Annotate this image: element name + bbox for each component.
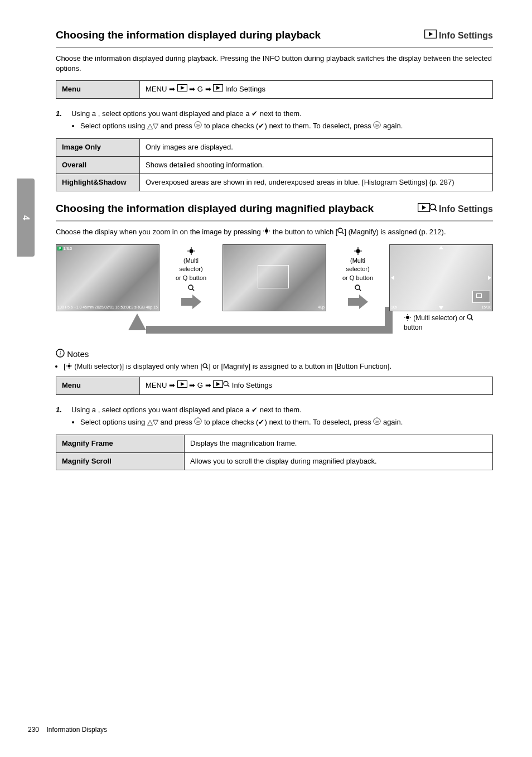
svg-line-38 <box>228 385 229 387</box>
svg-text:OK: OK <box>375 420 380 423</box>
svg-line-32 <box>206 367 208 369</box>
nav2-path: MENU ➡ ➡ G ➡ Info Settings <box>140 377 493 394</box>
play-zoom-icon <box>418 203 437 215</box>
section2-para: Choose the display when you zoom in on t… <box>56 227 493 238</box>
shot1-tl: P 1/8.0 <box>57 246 72 252</box>
opt1-2-desc: Overexposed areas are shown in red, unde… <box>140 173 493 191</box>
ok-icon: OK <box>373 417 381 428</box>
magnify-icon <box>188 282 195 292</box>
multi-selector-icon <box>354 244 362 257</box>
opt2-0-desc: Displays the magnification frame. <box>185 435 493 452</box>
opt2-1-desc: Allows you to scroll the display during … <box>185 452 493 470</box>
screenshot-frame: 48p <box>223 244 326 311</box>
opt1-1-label: Overall <box>56 156 140 173</box>
arrow-right-icon: ➡ <box>205 381 214 389</box>
page-number: 230 <box>28 726 39 734</box>
play-box-icon <box>213 84 223 94</box>
svg-marker-20 <box>181 295 201 309</box>
arrow2-a: (Multi selector) <box>342 257 374 274</box>
notes-block: i Notes [ (Multi selector)] is displayed… <box>56 348 493 372</box>
nav2-path1: MENU <box>146 381 167 389</box>
multi-selector-icon <box>404 314 412 324</box>
nav1-path3: Info Settings <box>225 85 265 93</box>
options-table-1: Image Only Only images are displayed. Ov… <box>56 138 493 191</box>
magnify-icon <box>202 362 209 372</box>
table-row: Image Only Only images are displayed. <box>56 139 493 156</box>
opt1-2-label: Highlight&Shadow <box>56 173 140 191</box>
opt1-0-label: Image Only <box>56 139 140 156</box>
svg-point-26 <box>467 315 472 319</box>
ok-icon: OK <box>194 121 202 132</box>
play-box-icon <box>177 84 187 94</box>
step1: 1. Using a , select options you want dis… <box>56 109 493 132</box>
nav1-path2: G <box>197 85 203 93</box>
svg-point-17 <box>189 249 193 253</box>
shot1-bl: 100 F5.6 +1.0 45mm 2025/02/01 16:53:01 <box>57 305 130 310</box>
svg-point-25 <box>406 316 409 319</box>
playback-flow: P 1/8.0 100 F5.6 +1.0 45mm 2025/02/01 16… <box>56 244 493 311</box>
options-table-2: Magnify Frame Displays the magnification… <box>56 435 493 470</box>
opt2-0-label: Magnify Frame <box>56 435 185 452</box>
check-icon: ✔ <box>252 405 258 415</box>
nav1-path1: MENU <box>146 85 167 93</box>
svg-point-14 <box>265 229 268 233</box>
play-zoom-icon <box>213 380 230 390</box>
step2-num: 1. <box>56 405 71 428</box>
opt1-0-desc: Only images are displayed. <box>140 139 493 156</box>
nav1-label: Menu <box>56 80 140 98</box>
step2-detail: Select options using △▽ and press OK to … <box>80 417 493 428</box>
multi-selector-icon <box>66 362 72 372</box>
table-row: Overall Shows detailed shooting informat… <box>56 156 493 173</box>
play-box-icon <box>424 30 437 42</box>
minimap <box>472 291 490 303</box>
multi-selector-icon <box>187 244 196 257</box>
arrow1-a: (Multi selector) <box>176 257 207 274</box>
shot1-br: 4:3 sRGB 48p 15 <box>128 305 158 310</box>
svg-marker-11 <box>422 205 426 210</box>
arrow-right-icon: ➡ <box>169 381 177 389</box>
notes-item: [ (Multi selector)] is displayed only wh… <box>64 361 493 372</box>
divider <box>56 47 493 48</box>
arrow-1: (Multi selector) or Q button <box>176 244 207 310</box>
ok-icon: OK <box>194 417 202 428</box>
opt1-1-desc: Shows detailed shooting information. <box>140 156 493 173</box>
table-row: Magnify Scroll Allows you to scroll the … <box>56 452 493 470</box>
screenshot-normal: P 1/8.0 100 F5.6 +1.0 45mm 2025/02/01 16… <box>56 244 159 311</box>
section2-subtitle-text: Info Settings <box>439 204 493 214</box>
return-bar <box>151 326 385 334</box>
check-icon: ✔ <box>252 109 258 119</box>
svg-marker-24 <box>348 295 368 309</box>
check-icon: ✔ <box>258 418 264 426</box>
ok-icon: OK <box>373 121 381 132</box>
manual-page: 4 Choosing the information displayed dur… <box>0 0 532 757</box>
svg-text:OK: OK <box>375 124 380 127</box>
arrow2-b: or Q button <box>342 274 373 281</box>
svg-point-30 <box>67 364 70 367</box>
shot3-bl: 10x <box>391 305 397 310</box>
svg-text:i: i <box>59 350 61 356</box>
table-row: Highlight&Shadow Overexposed areas are s… <box>56 173 493 191</box>
table-row: Magnify Frame Displays the magnification… <box>56 435 493 452</box>
arrow-right-icon: ➡ <box>189 381 197 389</box>
multi-selector-icon <box>263 227 270 238</box>
svg-line-16 <box>342 232 344 234</box>
svg-line-19 <box>192 289 194 291</box>
section1-para: Choose the information displayed during … <box>56 54 493 74</box>
footer-section: Information Displays <box>46 726 107 734</box>
step2: 1. Using a , select options you want dis… <box>56 405 493 428</box>
svg-point-22 <box>355 285 360 290</box>
step1-num: 1. <box>56 109 71 132</box>
section-number-tab: 4 <box>17 179 35 257</box>
opt2-1-label: Magnify Scroll <box>56 452 185 470</box>
svg-point-18 <box>188 285 193 290</box>
svg-point-31 <box>203 364 207 368</box>
step2-text: Using a , select options you want displa… <box>71 405 493 416</box>
screenshot-zoom: 10x 15/30 <box>389 244 493 311</box>
arrow-right-icon: ➡ <box>189 85 197 93</box>
svg-marker-5 <box>216 86 220 90</box>
check-icon: ✔ <box>258 122 264 130</box>
svg-point-21 <box>356 249 360 253</box>
svg-marker-34 <box>181 382 185 386</box>
step1-detail: Select options using △▽ and press OK to … <box>80 121 493 132</box>
info-icon: i <box>56 349 65 360</box>
